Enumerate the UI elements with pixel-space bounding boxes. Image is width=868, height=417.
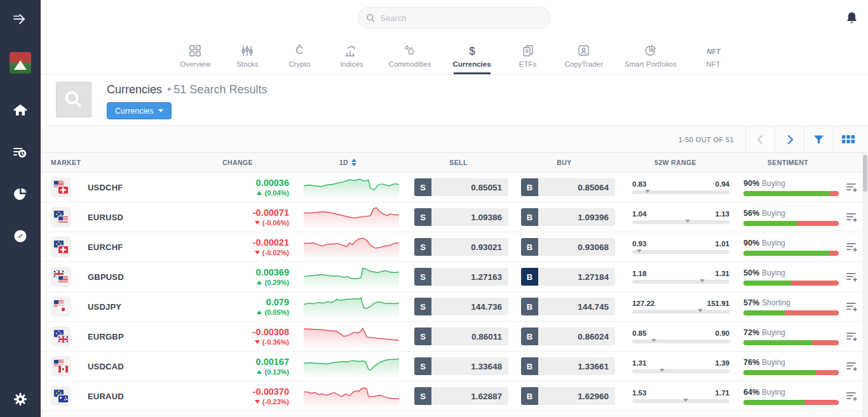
tab-commodities[interactable]: Commodities	[388, 36, 431, 74]
range-low: 1.31	[632, 359, 646, 367]
sentiment-percent: 76%	[743, 358, 759, 367]
buy-price: 144.745	[538, 298, 615, 315]
sentiment-label: Buying	[762, 328, 785, 337]
add-to-watchlist-button[interactable]	[843, 390, 862, 402]
col-1d[interactable]: 1D	[290, 159, 406, 166]
sell-price: 1.33648	[431, 357, 508, 375]
buy-button[interactable]: B 0.93068	[521, 238, 615, 256]
sidebar-item-portfolio[interactable]	[11, 185, 29, 203]
add-to-watchlist-button[interactable]	[843, 361, 862, 372]
tab-smart-portfolios[interactable]: Smart Portfolios	[625, 36, 677, 74]
add-to-watchlist-icon	[846, 331, 858, 342]
page-header: Currencies•51 Search Results Currencies	[41, 75, 868, 126]
change-value: 0.00369	[212, 267, 289, 277]
sentiment-bar	[743, 370, 839, 375]
trend-arrow-icon	[255, 340, 260, 344]
discover-compass-icon	[13, 228, 28, 244]
change-value: -0.00308	[212, 327, 289, 337]
buy-button[interactable]: B 0.86024	[521, 328, 615, 345]
search-input[interactable]	[380, 13, 542, 23]
tab-etfs[interactable]: ETFs	[513, 36, 543, 74]
market-symbol[interactable]: EURAUD	[88, 392, 124, 401]
sidebar-toggle-icon[interactable]	[11, 10, 29, 28]
range-low: 127.22	[632, 300, 654, 307]
buy-button[interactable]: B 1.62960	[521, 387, 615, 405]
sell-button[interactable]: S 1.09386	[414, 208, 508, 226]
buy-button[interactable]: B 0.85064	[521, 178, 615, 196]
sidebar-item-watchlist[interactable]	[11, 143, 29, 161]
add-to-watchlist-button[interactable]	[843, 241, 862, 253]
svg-text:Ĉ: Ĉ	[296, 44, 304, 56]
quote-flag-icon	[58, 216, 68, 223]
notification-bell-icon[interactable]	[846, 11, 858, 27]
range-high: 151.91	[707, 300, 729, 307]
scrollbar[interactable]	[862, 153, 868, 417]
sparkline-chart	[290, 234, 406, 260]
add-to-watchlist-button[interactable]	[843, 301, 862, 312]
sell-button[interactable]: S 0.85051	[414, 178, 508, 196]
add-to-watchlist-button[interactable]	[843, 182, 862, 193]
sidebar-item-discover[interactable]	[11, 227, 29, 245]
sell-button[interactable]: S 1.33648	[414, 357, 508, 375]
table-header: MARKET CHANGE 1D SELL BUY 52W RANGE SENT…	[41, 153, 868, 173]
global-search[interactable]	[358, 7, 551, 29]
col-52w-range: 52W RANGE	[618, 159, 733, 166]
table-row: GBPUSD 0.00369 (0.29%) S 1.27163 B 1.271…	[41, 262, 868, 292]
sidebar-item-settings[interactable]	[0, 392, 41, 407]
filter-button[interactable]	[804, 126, 833, 152]
avatar[interactable]	[10, 52, 31, 74]
sentiment-cell: 76%Buying	[733, 358, 843, 375]
sell-button[interactable]: S 144.736	[414, 298, 508, 315]
market-symbol[interactable]: USDCAD	[88, 362, 124, 371]
tab-copytrader[interactable]: CopyTrader	[565, 36, 603, 74]
filter-icon	[813, 135, 824, 145]
grid-icon	[189, 43, 201, 57]
buy-button[interactable]: B 1.09396	[521, 208, 615, 226]
sentiment-cell: 57%Shorting	[733, 298, 843, 315]
sidebar	[0, 0, 41, 417]
person-card-icon	[577, 43, 590, 57]
svg-text:NFT: NFT	[707, 48, 721, 55]
market-symbol[interactable]: USDJPY	[88, 302, 121, 312]
buy-button[interactable]: B 1.33661	[521, 357, 615, 375]
sell-price: 1.62887	[431, 387, 508, 405]
add-to-watchlist-button[interactable]	[843, 271, 862, 282]
market-symbol[interactable]: EURGBP	[88, 332, 124, 341]
buy-price: 0.86024	[538, 328, 615, 345]
tab-indices[interactable]: Indices	[336, 36, 367, 74]
sell-letter: S	[414, 208, 431, 226]
tab-crypto[interactable]: Ĉ Crypto	[284, 36, 315, 74]
buy-button[interactable]: B 1.27184	[521, 268, 615, 286]
tab-stocks[interactable]: Stocks	[232, 36, 262, 74]
table-row: USDCHF 0.00036 (0.04%) S 0.85051 B 0.850…	[41, 173, 868, 202]
sell-button[interactable]: S 0.93021	[414, 238, 508, 256]
next-page-button[interactable]	[775, 126, 804, 152]
sort-icon[interactable]	[351, 159, 356, 166]
market-symbol[interactable]: EURUSD	[88, 213, 123, 222]
change-percent: (-0.23%)	[212, 398, 289, 406]
tab-overview[interactable]: Overview	[180, 36, 210, 74]
add-to-watchlist-button[interactable]	[843, 211, 862, 223]
add-to-watchlist-icon	[846, 241, 858, 253]
sell-button[interactable]: S 1.27163	[414, 268, 508, 286]
tab-nft[interactable]: NFT NFT	[698, 36, 729, 74]
range-high: 1.13	[715, 210, 729, 218]
sentiment-percent: 56%	[743, 209, 759, 218]
range-bar	[632, 369, 729, 373]
buy-button[interactable]: B 144.745	[521, 298, 615, 315]
quote-flag-icon	[58, 276, 68, 283]
sell-button[interactable]: S 0.86011	[414, 328, 508, 345]
add-to-watchlist-button[interactable]	[843, 331, 862, 342]
sell-button[interactable]: S 1.62887	[414, 387, 508, 405]
market-symbol[interactable]: EURCHF	[88, 242, 123, 252]
etoro-app-window: Overview Stocks Ĉ Crypto	[0, 0, 868, 417]
grid-view-button[interactable]	[834, 126, 862, 152]
prev-page-button[interactable]	[746, 126, 775, 152]
sidebar-item-home[interactable]	[11, 102, 29, 119]
range-high: 1.31	[715, 270, 729, 277]
market-symbol[interactable]: GBPUSD	[88, 272, 124, 282]
scrollbar-thumb[interactable]	[863, 155, 867, 192]
category-dropdown-button[interactable]: Currencies	[107, 102, 172, 119]
market-symbol[interactable]: USDCHF	[88, 183, 123, 192]
tab-currencies[interactable]: $ Currencies	[452, 36, 491, 74]
